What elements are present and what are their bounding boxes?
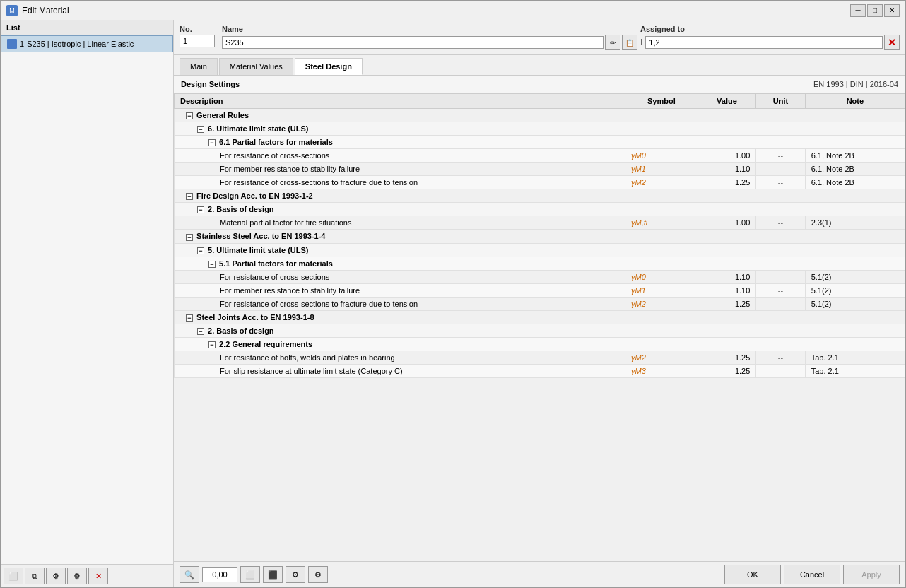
collapse-basis-design[interactable]: − bbox=[197, 206, 204, 213]
name-library-button[interactable]: 📋 bbox=[622, 35, 637, 50]
symbol-text: γM3 bbox=[631, 367, 646, 375]
table-row: − 2.2 General requirements bbox=[175, 337, 905, 351]
name-edit-button[interactable]: ✏ bbox=[605, 35, 620, 50]
value-input[interactable] bbox=[202, 567, 237, 582]
subsection-indent: − 2. Basis of design bbox=[180, 205, 274, 213]
table-row: For member resistance to stability failu… bbox=[175, 163, 905, 176]
delete-button[interactable]: ✕ bbox=[88, 568, 108, 584]
collapse-fire-design[interactable]: − bbox=[186, 193, 193, 200]
symbol-text: γM1 bbox=[631, 165, 646, 173]
list-item[interactable]: 1 S235 | Isotropic | Linear Elastic bbox=[1, 35, 173, 52]
no-label: No. bbox=[180, 25, 215, 33]
table-row: For resistance of bolts, welds and plate… bbox=[175, 351, 905, 365]
design-area: Design Settings EN 1993 | DIN | 2016-04 … bbox=[174, 76, 905, 561]
desc-cell: For resistance of bolts, welds and plate… bbox=[175, 351, 625, 365]
section-cell: − Fire Design Acc. to EN 1993-1-2 bbox=[175, 189, 905, 203]
ok-button[interactable]: OK bbox=[724, 565, 781, 584]
tab-main[interactable]: Main bbox=[180, 58, 218, 75]
copy-material-button[interactable]: ⧉ bbox=[25, 568, 45, 584]
subsection-cell: − 5. Ultimate limit state (ULS) bbox=[175, 243, 905, 257]
section-label: General Rules bbox=[196, 111, 249, 119]
no-input[interactable] bbox=[180, 35, 215, 47]
desc-indent: For slip resistance at ultimate limit st… bbox=[180, 367, 403, 375]
collapse-uls-5[interactable]: − bbox=[197, 247, 204, 254]
value-cell: 1.10 bbox=[698, 283, 756, 297]
collapse-general-rules[interactable]: − bbox=[186, 112, 193, 119]
unit-cell: -- bbox=[756, 270, 805, 283]
collapse-stainless[interactable]: − bbox=[186, 234, 193, 241]
desc-indent: For member resistance to stability failu… bbox=[180, 165, 360, 173]
toolbar-btn-4[interactable]: ⚙ bbox=[308, 566, 328, 583]
table-row: For resistance of cross-sections to frac… bbox=[175, 176, 905, 189]
value-cell: 1.10 bbox=[698, 270, 756, 283]
value-cell: 1.25 bbox=[698, 297, 756, 310]
title-bar-left: M Edit Material bbox=[6, 5, 69, 16]
note-cell: 2.3(1) bbox=[805, 216, 905, 230]
apply-button[interactable]: Apply bbox=[843, 565, 900, 584]
app-icon: M bbox=[6, 5, 18, 16]
desc-cell: For resistance of cross-sections bbox=[175, 270, 625, 283]
new-material-button[interactable]: ⬜ bbox=[4, 568, 23, 584]
assigned-group: Assigned to I ✕ bbox=[640, 25, 900, 50]
symbol-cell: γM2 bbox=[625, 297, 698, 310]
collapse-partial-factors[interactable]: − bbox=[208, 139, 216, 146]
table-body: − General Rules − 6. Ultimate limit st bbox=[175, 109, 905, 378]
collapse-joints[interactable]: − bbox=[186, 314, 193, 322]
symbol-text: γM2 bbox=[631, 353, 646, 362]
toolbar-btn-3[interactable]: ⚙ bbox=[286, 566, 305, 583]
unit-cell: -- bbox=[756, 365, 805, 378]
close-button[interactable]: ✕ bbox=[884, 4, 900, 17]
subsection-cell: − 2. Basis of design bbox=[175, 203, 905, 216]
unit-cell: -- bbox=[756, 176, 805, 189]
table-row: For slip resistance at ultimate limit st… bbox=[175, 365, 905, 378]
desc-cell: For resistance of cross-sections bbox=[175, 149, 625, 163]
toolbar-btn-1[interactable]: ⬜ bbox=[240, 566, 260, 583]
settings2-button[interactable]: ⚙ bbox=[67, 568, 87, 584]
assigned-clear-button[interactable]: ✕ bbox=[884, 35, 900, 50]
subsection-cell: − 2. Basis of design bbox=[175, 324, 905, 337]
section-label: Fire Design Acc. to EN 1993-1-2 bbox=[196, 192, 313, 200]
subsection2-label: 2.2 General requirements bbox=[219, 340, 312, 348]
maximize-button[interactable]: □ bbox=[867, 4, 883, 17]
table-row: − Stainless Steel Acc. to EN 1993-1-4 bbox=[175, 230, 905, 243]
value-cell: 1.00 bbox=[698, 216, 756, 230]
col-description: Description bbox=[175, 94, 625, 109]
table-row: − Fire Design Acc. to EN 1993-1-2 bbox=[175, 189, 905, 203]
note-cell: 6.1, Note 2B bbox=[805, 176, 905, 189]
section-label: Stainless Steel Acc. to EN 1993-1-4 bbox=[196, 232, 325, 240]
collapse-basis-2[interactable]: − bbox=[197, 328, 204, 335]
symbol-text: γM2 bbox=[631, 178, 646, 187]
desc-indent: For resistance of cross-sections bbox=[180, 273, 329, 281]
cancel-button[interactable]: Cancel bbox=[784, 565, 840, 584]
tab-material-values[interactable]: Material Values bbox=[219, 58, 293, 75]
table-row: − 6. Ultimate limit state (ULS) bbox=[175, 122, 905, 136]
norm-label: EN 1993 | DIN | 2016-04 bbox=[813, 80, 898, 88]
symbol-cell: γM0 bbox=[625, 270, 698, 283]
assigned-icon: I bbox=[640, 37, 642, 47]
search-button[interactable]: 🔍 bbox=[180, 566, 199, 583]
collapse-partial-5[interactable]: − bbox=[208, 261, 216, 268]
name-group: Name ✏ 📋 bbox=[222, 25, 637, 50]
section-cell: − General Rules bbox=[175, 109, 905, 122]
table-row: Material partial factor for fire situati… bbox=[175, 216, 905, 230]
unit-cell: -- bbox=[756, 351, 805, 365]
symbol-text: γM1 bbox=[631, 286, 646, 295]
name-field-row: ✏ 📋 bbox=[222, 35, 637, 50]
clear-icon: ✕ bbox=[888, 37, 896, 48]
assigned-input[interactable] bbox=[645, 36, 883, 49]
table-row: − 5. Ultimate limit state (ULS) bbox=[175, 243, 905, 257]
name-input[interactable] bbox=[222, 36, 604, 49]
toolbar-btn-2[interactable]: ⬛ bbox=[263, 566, 283, 583]
collapse-uls[interactable]: − bbox=[197, 126, 204, 133]
title-bar: M Edit Material ─ □ ✕ bbox=[1, 1, 905, 20]
left-panel: List 1 S235 | Isotropic | Linear Elastic… bbox=[1, 20, 174, 587]
minimize-button[interactable]: ─ bbox=[850, 4, 866, 17]
list-header: List bbox=[1, 20, 173, 35]
settings-button[interactable]: ⚙ bbox=[46, 568, 66, 584]
left-footer: ⬜ ⧉ ⚙ ⚙ ✕ bbox=[1, 564, 173, 587]
subsection-indent: − 5. Ultimate limit state (ULS) bbox=[180, 246, 308, 254]
list-item-label: S235 | Isotropic | Linear Elastic bbox=[27, 40, 134, 48]
tab-steel-design[interactable]: Steel Design bbox=[295, 58, 363, 75]
desc-indent: Material partial factor for fire situati… bbox=[180, 218, 351, 227]
collapse-general-req[interactable]: − bbox=[208, 341, 216, 348]
